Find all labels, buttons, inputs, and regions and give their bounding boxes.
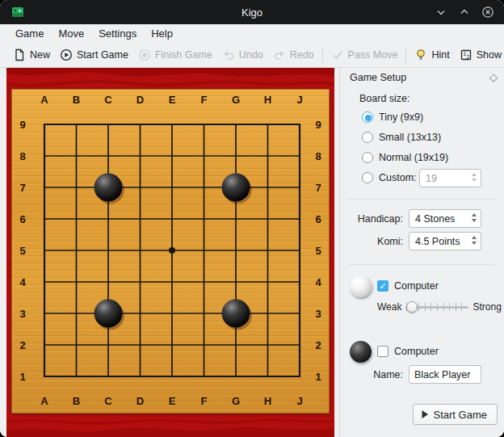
board-coordinate-label: 5 <box>315 245 321 257</box>
board-coordinate-label: 3 <box>19 308 25 320</box>
handicap-value: 4 Stones <box>415 213 455 225</box>
play-arrow-icon <box>421 410 429 419</box>
custom-size-value: 19 <box>426 173 437 184</box>
radio-normal-19x19[interactable]: Normal (19x19) <box>362 150 448 165</box>
board-coordinate-label: F <box>201 94 208 106</box>
board-coordinate-label: 7 <box>315 182 321 194</box>
komi-spinbox[interactable]: 4.5 Points <box>409 232 481 250</box>
board-coordinate-label: 3 <box>315 308 321 320</box>
toolbar-pass-move-label: Pass Move <box>348 49 398 61</box>
star-point <box>169 247 175 254</box>
lightbulb-icon <box>414 48 427 61</box>
spinner-arrows-icon[interactable] <box>472 173 477 182</box>
board-coordinate-label: C <box>104 94 112 106</box>
toolbar-undo-button[interactable]: Undo <box>217 45 268 65</box>
black-computer-checkbox[interactable]: ✓ <box>377 346 388 357</box>
black-stone <box>94 174 123 202</box>
spinner-arrows-icon[interactable] <box>472 213 477 222</box>
radio-tiny-label: Tiny (9x9) <box>379 111 423 123</box>
black-computer-row[interactable]: ✓ Computer <box>377 345 439 358</box>
close-button[interactable] <box>481 6 494 19</box>
toolbar-start-game-button[interactable]: Start Game <box>55 45 133 65</box>
radio-normal-label: Normal (19x19) <box>379 152 448 163</box>
weak-label: Weak <box>377 301 401 313</box>
radio-tiny-9x9[interactable]: Tiny (9x9) <box>362 110 423 124</box>
menu-help[interactable]: Help <box>144 25 180 42</box>
komi-label: Komi: <box>348 236 403 247</box>
custom-size-spinbox[interactable]: 19 <box>419 169 481 187</box>
finish-circle-icon <box>138 48 151 61</box>
play-circle-icon <box>60 48 73 61</box>
komi-value: 4.5 Points <box>415 236 460 247</box>
toolbar-show-move-numbers-label: Show Move Numbers <box>477 49 504 61</box>
maximize-button[interactable] <box>458 6 471 19</box>
toolbar-redo-button[interactable]: Redo <box>268 45 319 65</box>
toolbar-finish-game-label: Finish Game <box>155 49 212 61</box>
white-computer-label: Computer <box>394 280 439 292</box>
toolbar-separator <box>322 48 323 62</box>
svg-text:2: 2 <box>466 54 469 60</box>
kigo-window: Kigo Game Move Settings Help <box>0 0 504 437</box>
go-board[interactable]: AABBCCDDEEFFGGHHJJ998877665544332211 <box>11 89 330 414</box>
radio-circle <box>362 132 373 143</box>
toolbar-show-move-numbers-button[interactable]: 1 2 Show Move Numbers <box>455 45 504 65</box>
black-computer-label: Computer <box>394 346 439 357</box>
go-board-grid[interactable]: AABBCCDDEEFFGGHHJJ998877665544332211 <box>11 89 330 414</box>
white-strength-row: Weak Strong <box>377 300 501 313</box>
checkmark-icon <box>331 48 344 61</box>
board-coordinate-label: 4 <box>315 276 321 288</box>
spinner-arrows-icon[interactable] <box>472 236 477 245</box>
toolbar-new-button[interactable]: New <box>8 45 55 65</box>
toolbar-pass-move-button[interactable]: Pass Move <box>326 45 403 65</box>
white-stone-image <box>350 275 372 297</box>
toolbar: New Start Game Finish Game <box>0 43 504 68</box>
toolbar-hint-label: Hint <box>431 49 449 61</box>
black-stone <box>222 174 250 202</box>
board-size-label: Board size: <box>359 93 410 104</box>
radio-small-label: Small (13x13) <box>379 132 441 143</box>
toolbar-redo-label: Redo <box>290 49 314 61</box>
main-area: AABBCCDDEEFFGGHHJJ998877665544332211 Gam… <box>0 68 504 437</box>
toolbar-finish-game-button[interactable]: Finish Game <box>133 45 217 65</box>
start-game-button[interactable]: Start Game <box>413 404 498 425</box>
toolbar-hint-button[interactable]: Hint <box>410 45 454 65</box>
board-coordinate-label: 4 <box>19 276 26 288</box>
board-coordinate-label: H <box>264 94 271 106</box>
red-cloth-pattern-bottom <box>6 416 334 437</box>
toolbar-start-game-label: Start Game <box>77 49 128 61</box>
board-coordinate-label: 6 <box>19 213 25 225</box>
white-computer-row[interactable]: ✓ Computer <box>377 279 439 292</box>
game-setup-panel: Game Setup ◇ Board size: Tiny (9x9) Smal… <box>339 68 504 437</box>
white-computer-checkbox[interactable]: ✓ <box>377 280 388 292</box>
board-coordinate-label: G <box>232 94 240 106</box>
dock-float-icon[interactable]: ◇ <box>489 70 498 85</box>
board-background: AABBCCDDEEFFGGHHJJ998877665544332211 <box>6 68 334 437</box>
board-coordinate-label: F <box>201 395 208 407</box>
board-coordinate-label: 1 <box>19 371 25 383</box>
board-coordinate-label: G <box>232 395 240 407</box>
board-coordinate-label: H <box>264 395 271 407</box>
start-game-label: Start Game <box>434 409 487 421</box>
separator <box>348 264 496 265</box>
board-coordinate-label: 2 <box>315 339 321 351</box>
menu-settings[interactable]: Settings <box>91 25 144 42</box>
black-stone-image <box>350 341 372 363</box>
board-coordinate-label: 1 <box>315 371 321 383</box>
board-coordinate-label: 2 <box>19 339 25 351</box>
toolbar-separator <box>405 48 406 62</box>
board-coordinate-label: B <box>73 94 80 106</box>
toolbar-new-label: New <box>30 49 50 61</box>
new-document-icon <box>13 48 26 61</box>
handicap-spinbox[interactable]: 4 Stones <box>409 209 481 228</box>
board-coordinate-label: 6 <box>315 213 321 225</box>
radio-custom[interactable]: Custom: <box>362 170 417 185</box>
minimize-button[interactable] <box>435 6 447 19</box>
black-player-name-input[interactable] <box>409 365 481 384</box>
radio-custom-label: Custom: <box>379 172 417 183</box>
menu-move[interactable]: Move <box>51 25 91 42</box>
board-coordinate-label: E <box>169 94 176 106</box>
menu-game[interactable]: Game <box>8 25 51 42</box>
black-stone <box>222 300 250 328</box>
radio-small-13x13[interactable]: Small (13x13) <box>362 130 441 145</box>
strength-slider[interactable] <box>405 300 468 313</box>
